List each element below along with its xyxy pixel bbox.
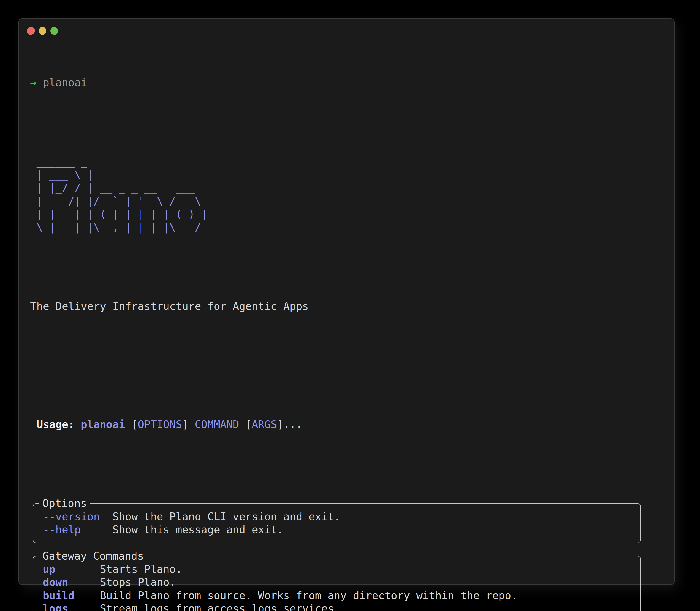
usage-segment: Usage: (36, 418, 75, 431)
prompt-arrow-icon: → (30, 76, 36, 89)
usage-segment: ARGS (252, 418, 277, 431)
zoom-button[interactable] (50, 27, 58, 35)
command-row: --help Show this message and exit. (30, 523, 659, 536)
command-row: logs Stream logs from access logs servic… (30, 602, 659, 611)
panel-title: Options (30, 497, 90, 510)
prompt-command: planoai (43, 76, 87, 89)
panel-options: Options --version Show the Plano CLI ver… (30, 497, 659, 550)
terminal-output: → planoai ______ _ | ___ \ | | |_/ / | _… (30, 50, 659, 611)
usage-segment (30, 418, 36, 431)
desktop-background: → planoai ______ _ | ___ \ | | |_/ / | _… (0, 0, 700, 611)
command-description: Starts Plano. (100, 563, 182, 575)
command-description: Build Plano from source. Works from any … (100, 589, 518, 602)
usage-segment: COMMAND (195, 418, 239, 431)
usage-segment: planoai (81, 418, 125, 431)
close-button[interactable] (27, 27, 35, 35)
command-description: Show this message and exit. (112, 523, 284, 536)
usage-segment: [ (239, 418, 252, 431)
shell-prompt-line: → planoai (30, 76, 659, 89)
command-name: build (30, 589, 100, 602)
panel-content: --version Show the Plano CLI version and… (30, 510, 659, 536)
command-row: down Stops Plano. (30, 576, 659, 589)
command-description: Stops Plano. (100, 576, 176, 588)
command-row: build Build Plano from source. Works fro… (30, 589, 659, 602)
usage-segment: OPTIONS (138, 418, 182, 431)
panel-content: up Starts Plano. down Stops Plano. build… (30, 563, 659, 611)
terminal-window: → planoai ______ _ | ___ \ | | |_/ / | _… (18, 18, 675, 585)
command-name: --help (30, 523, 112, 536)
usage-line: Usage: planoai [OPTIONS] COMMAND [ARGS].… (30, 418, 659, 431)
ascii-logo: ______ _ | ___ \ | | |_/ / | __ _ _ __ _… (30, 155, 659, 234)
command-name: down (30, 576, 100, 588)
command-name: --version (30, 510, 112, 523)
command-name: logs (30, 602, 100, 611)
window-controls (27, 27, 58, 35)
tagline: The Delivery Infrastructure for Agentic … (30, 300, 659, 313)
usage-segment: ] (182, 418, 195, 431)
help-panels: Options --version Show the Plano CLI ver… (30, 497, 659, 611)
panel-title: Gateway Commands (30, 550, 147, 563)
command-name: up (30, 563, 100, 575)
usage-segment (75, 418, 81, 431)
command-row: up Starts Plano. (30, 563, 659, 576)
minimize-button[interactable] (39, 27, 46, 35)
usage-segment: ]... (277, 418, 302, 431)
usage-segment: [ (125, 418, 138, 431)
panel-gateway-commands: Gateway Commands up Starts Plano. down S… (30, 550, 659, 611)
command-row: --version Show the Plano CLI version and… (30, 510, 659, 523)
command-description: Show the Plano CLI version and exit. (112, 510, 340, 523)
command-description: Stream logs from access logs services. (100, 602, 340, 611)
